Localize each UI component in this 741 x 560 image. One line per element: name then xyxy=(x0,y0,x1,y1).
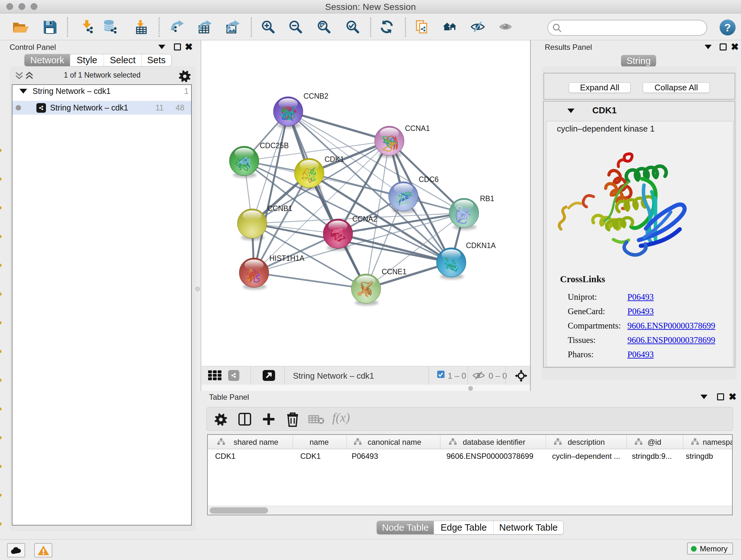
svg-text:CDC25B: CDC25B xyxy=(260,141,289,150)
svg-text:CCNA1: CCNA1 xyxy=(405,124,430,132)
svg-text:CDKN1A: CDKN1A xyxy=(466,241,496,250)
svg-text:CCNB2: CCNB2 xyxy=(304,92,328,100)
svg-text:CCNE1: CCNE1 xyxy=(382,267,407,276)
svg-text:CDK1: CDK1 xyxy=(325,155,344,164)
svg-text:CCNA2: CCNA2 xyxy=(352,215,377,223)
svg-text:CCNB1: CCNB1 xyxy=(267,204,292,212)
svg-text:CDC6: CDC6 xyxy=(419,175,439,184)
svg-text:HIST1H1A: HIST1H1A xyxy=(269,254,305,262)
svg-text:RB1: RB1 xyxy=(480,194,494,203)
